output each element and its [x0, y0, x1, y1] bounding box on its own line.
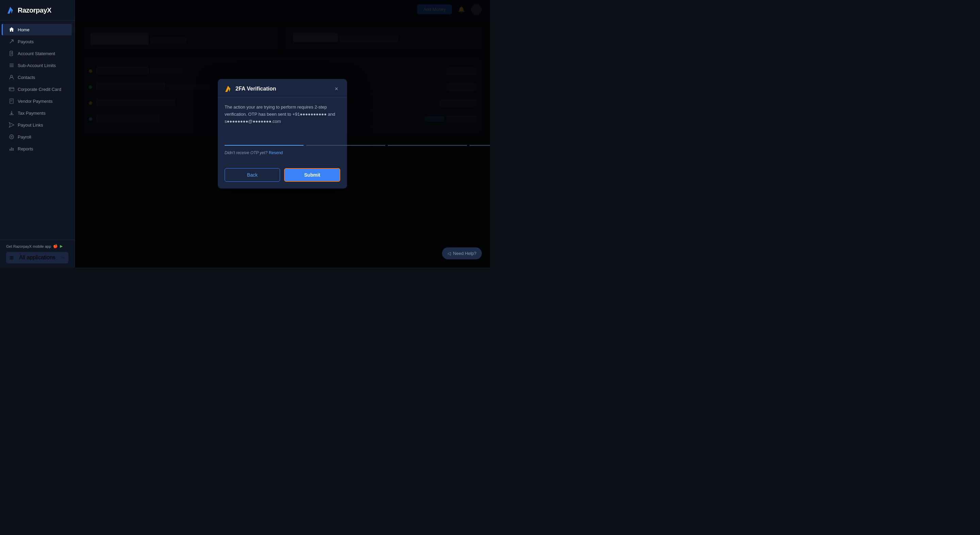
sidebar-item-reports[interactable]: Reports	[3, 143, 72, 154]
submit-button[interactable]: Submit	[284, 168, 340, 182]
sidebar-label-payroll: Payroll	[18, 134, 31, 140]
svg-rect-11	[11, 147, 12, 151]
sidebar: RazorpayX Home Payouts Account Statement	[0, 0, 75, 268]
sidebar-item-tax-payments[interactable]: Tax Payments	[3, 107, 72, 119]
credit-card-icon	[9, 86, 14, 92]
modal-footer: Back Submit	[218, 168, 347, 188]
user-icon	[9, 75, 14, 80]
file-text-icon	[9, 98, 14, 104]
svg-marker-1	[11, 10, 13, 14]
back-button[interactable]: Back	[224, 168, 280, 182]
send-icon	[9, 122, 14, 127]
otp-input-row	[224, 132, 340, 146]
resend-question: Didn't receive OTP yet?	[224, 150, 267, 155]
otp-input-2[interactable]	[306, 132, 385, 146]
modal-description: The action your are trying to perform re…	[224, 104, 340, 125]
sidebar-item-home[interactable]: Home	[2, 24, 72, 35]
arrow-right-icon: →	[61, 255, 65, 260]
apple-icon: 🍎	[53, 244, 58, 248]
sidebar-item-payroll[interactable]: Payroll	[3, 131, 72, 143]
sidebar-label-tax-payments: Tax Payments	[18, 111, 46, 116]
sidebar-label-payout-links: Payout Links	[18, 123, 43, 127]
resend-row: Didn't receive OTP yet? Resend	[224, 150, 340, 155]
grid-icon: ⊞	[10, 255, 14, 260]
sidebar-bottom: Get RazorpayX mobile app 🍎 ▶ ⊞ All appli…	[0, 240, 75, 268]
otp-input-3[interactable]	[388, 132, 467, 146]
download-icon	[9, 110, 14, 116]
modal-header: 2FA Verification ×	[218, 79, 347, 98]
file-icon	[9, 51, 14, 56]
sidebar-item-sub-account-limits[interactable]: Sub-Account Limits	[3, 60, 72, 71]
svg-marker-7	[9, 123, 14, 127]
sidebar-item-corporate-credit-card[interactable]: Corporate Credit Card	[3, 83, 72, 95]
need-help-label: Need Help?	[453, 251, 476, 256]
modal-title: 2FA Verification	[235, 86, 332, 92]
svg-rect-12	[13, 148, 14, 151]
otp-input-1[interactable]	[224, 132, 304, 146]
svg-marker-14	[229, 89, 231, 92]
sidebar-label-account-statement: Account Statement	[18, 51, 55, 56]
sidebar-label-payouts: Payouts	[18, 39, 34, 44]
logo-area: RazorpayX	[0, 0, 75, 21]
list-icon	[9, 63, 14, 68]
android-icon: ▶	[60, 244, 63, 248]
sidebar-label-reports: Reports	[18, 146, 33, 151]
sidebar-label-home: Home	[18, 27, 30, 32]
modal-body: The action your are trying to perform re…	[218, 98, 347, 168]
sidebar-nav: Home Payouts Account Statement Sub-Accou…	[0, 24, 75, 155]
bar-chart-icon	[9, 146, 14, 151]
all-apps-label: All applications	[19, 255, 56, 261]
need-help-button[interactable]: ◁ Need Help?	[442, 247, 482, 260]
mobile-app-banner: Get RazorpayX mobile app 🍎 ▶	[6, 244, 68, 248]
disc-icon	[9, 134, 14, 140]
sidebar-label-sub-account-limits: Sub-Account Limits	[18, 63, 56, 68]
app-name: RazorpayX	[18, 6, 51, 14]
sidebar-item-vendor-payments[interactable]: Vendor Payments	[3, 95, 72, 107]
razorpay-modal-icon	[224, 85, 232, 92]
mobile-app-text: Get RazorpayX mobile app	[6, 244, 51, 248]
sidebar-item-account-statement[interactable]: Account Statement	[3, 48, 72, 59]
svg-point-3	[11, 75, 13, 77]
2fa-modal: 2FA Verification × The action your are t…	[218, 79, 347, 188]
sidebar-item-payout-links[interactable]: Payout Links	[3, 119, 72, 131]
modal-close-button[interactable]: ×	[332, 85, 340, 92]
all-apps-button[interactable]: ⊞ All applications →	[6, 252, 68, 263]
arrow-up-right-icon	[9, 39, 14, 44]
svg-point-8	[10, 135, 14, 139]
svg-point-9	[11, 136, 12, 137]
otp-input-4[interactable]	[469, 132, 490, 146]
sidebar-label-contacts: Contacts	[18, 75, 35, 80]
sidebar-label-vendor-payments: Vendor Payments	[18, 99, 53, 104]
svg-rect-4	[9, 88, 14, 91]
home-icon	[9, 27, 14, 32]
svg-rect-5	[10, 89, 11, 90]
sidebar-item-contacts[interactable]: Contacts	[3, 72, 72, 83]
modal-overlay: 2FA Verification × The action your are t…	[75, 0, 490, 268]
resend-link[interactable]: Resend	[269, 150, 283, 155]
sidebar-item-payouts[interactable]: Payouts	[3, 36, 72, 47]
svg-rect-10	[10, 149, 11, 151]
razorpay-logo-icon	[6, 5, 16, 15]
chevron-left-icon: ◁	[447, 251, 451, 256]
sidebar-label-corporate-credit-card: Corporate Credit Card	[18, 87, 61, 92]
